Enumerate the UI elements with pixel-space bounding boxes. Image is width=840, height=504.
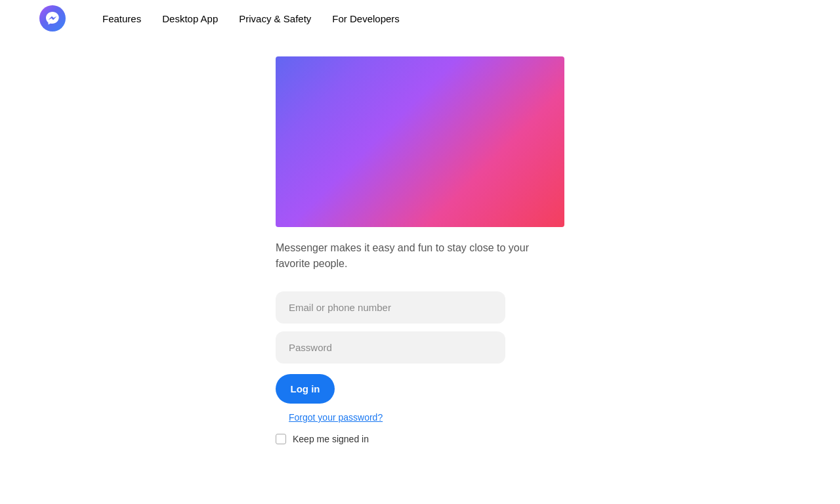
email-input[interactable] bbox=[276, 291, 505, 324]
logo-container[interactable] bbox=[39, 5, 66, 32]
keep-signed-in-label[interactable]: Keep me signed in bbox=[293, 434, 369, 444]
messenger-logo[interactable] bbox=[39, 5, 66, 32]
nav-item-privacy-safety[interactable]: Privacy & Safety bbox=[228, 8, 322, 30]
forgot-row: Forgot your password? bbox=[276, 411, 564, 423]
header: Features Desktop App Privacy & Safety Fo… bbox=[0, 0, 840, 37]
login-form: Log in Forgot your password? Keep me sig… bbox=[276, 291, 564, 444]
tagline: Messenger makes it easy and fun to stay … bbox=[276, 240, 564, 272]
hero-image bbox=[276, 56, 564, 227]
login-button[interactable]: Log in bbox=[276, 374, 335, 404]
keep-signed-in-checkbox[interactable] bbox=[276, 434, 286, 444]
password-input[interactable] bbox=[276, 331, 505, 364]
forgot-password-link[interactable]: Forgot your password? bbox=[276, 412, 383, 423]
keep-signed-in-container: Keep me signed in bbox=[276, 434, 564, 444]
nav-item-desktop-app[interactable]: Desktop App bbox=[152, 8, 228, 30]
nav-item-features[interactable]: Features bbox=[92, 8, 152, 30]
main-nav: Features Desktop App Privacy & Safety Fo… bbox=[92, 8, 410, 30]
main-content: Messenger makes it easy and fun to stay … bbox=[0, 37, 840, 464]
nav-item-for-developers[interactable]: For Developers bbox=[322, 8, 410, 30]
